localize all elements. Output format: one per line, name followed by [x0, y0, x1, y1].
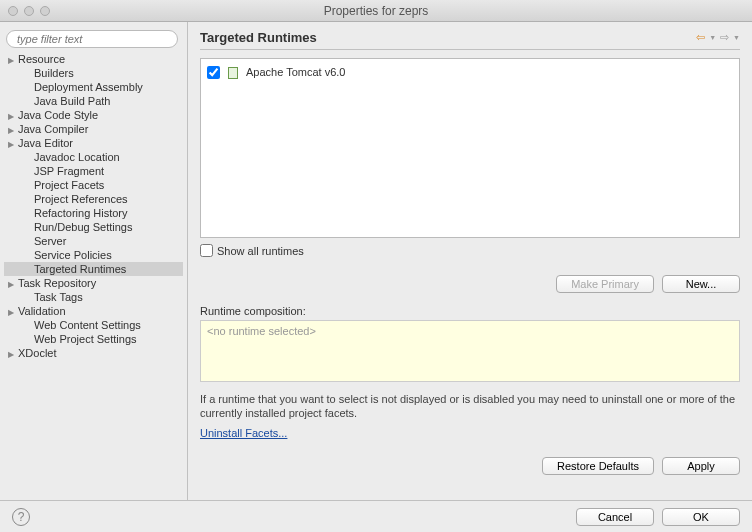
zoom-window-icon[interactable] — [40, 6, 50, 16]
tree-item-resource[interactable]: Resource — [4, 52, 183, 66]
tree-item-task-repository[interactable]: Task Repository — [4, 276, 183, 290]
tree-item-web-content-settings[interactable]: Web Content Settings — [4, 318, 183, 332]
tree-item-validation[interactable]: Validation — [4, 304, 183, 318]
tree-item-builders[interactable]: Builders — [4, 66, 183, 80]
tree-item-xdoclet[interactable]: XDoclet — [4, 346, 183, 360]
tree-item-javadoc-location[interactable]: Javadoc Location — [4, 150, 183, 164]
titlebar: Properties for zeprs — [0, 0, 752, 22]
tree-item-java-compiler[interactable]: Java Compiler — [4, 122, 183, 136]
tree-item-project-facets[interactable]: Project Facets — [4, 178, 183, 192]
show-all-runtimes[interactable]: Show all runtimes — [200, 244, 740, 257]
window-controls — [0, 6, 50, 16]
tree-item-run-debug-settings[interactable]: Run/Debug Settings — [4, 220, 183, 234]
runtimes-list: Apache Tomcat v6.0 — [200, 58, 740, 238]
minimize-window-icon[interactable] — [24, 6, 34, 16]
bottom-bar: ? Cancel OK — [0, 500, 752, 532]
server-icon — [226, 65, 240, 79]
runtime-label: Apache Tomcat v6.0 — [246, 66, 345, 78]
composition-box: <no runtime selected> — [200, 320, 740, 382]
tree-item-java-code-style[interactable]: Java Code Style — [4, 108, 183, 122]
tree-item-deployment-assembly[interactable]: Deployment Assembly — [4, 80, 183, 94]
runtime-item[interactable]: Apache Tomcat v6.0 — [207, 65, 733, 79]
page-heading: Targeted Runtimes — [200, 30, 317, 45]
close-window-icon[interactable] — [8, 6, 18, 16]
tree-item-targeted-runtimes[interactable]: Targeted Runtimes — [4, 262, 183, 276]
tree-item-refactoring-history[interactable]: Refactoring History — [4, 206, 183, 220]
sidebar: Resource Builders Deployment Assembly Ja… — [0, 22, 188, 500]
back-icon[interactable]: ⇦ — [696, 31, 705, 44]
runtime-checkbox[interactable] — [207, 66, 220, 79]
restore-defaults-button[interactable]: Restore Defaults — [542, 457, 654, 475]
tree-item-task-tags[interactable]: Task Tags — [4, 290, 183, 304]
filter-input[interactable] — [6, 30, 178, 48]
tree-item-project-references[interactable]: Project References — [4, 192, 183, 206]
tree-item-java-editor[interactable]: Java Editor — [4, 136, 183, 150]
make-primary-button[interactable]: Make Primary — [556, 275, 654, 293]
new-button[interactable]: New... — [662, 275, 740, 293]
forward-icon[interactable]: ⇨ — [720, 31, 729, 44]
tree-item-java-build-path[interactable]: Java Build Path — [4, 94, 183, 108]
show-all-label: Show all runtimes — [217, 245, 304, 257]
properties-tree: Resource Builders Deployment Assembly Ja… — [4, 52, 183, 360]
content-panel: Targeted Runtimes ⇦▼ ⇨▼ Apache Tomcat v6… — [188, 22, 752, 500]
help-icon[interactable]: ? — [12, 508, 30, 526]
hint-text: If a runtime that you want to select is … — [200, 392, 740, 421]
composition-label: Runtime composition: — [200, 305, 740, 317]
tree-item-service-policies[interactable]: Service Policies — [4, 248, 183, 262]
composition-empty-text: <no runtime selected> — [207, 325, 316, 337]
uninstall-facets-link[interactable]: Uninstall Facets... — [200, 427, 740, 439]
window-title: Properties for zeprs — [0, 4, 752, 18]
cancel-button[interactable]: Cancel — [576, 508, 654, 526]
ok-button[interactable]: OK — [662, 508, 740, 526]
tree-item-server[interactable]: Server — [4, 234, 183, 248]
show-all-checkbox[interactable] — [200, 244, 213, 257]
tree-item-jsp-fragment[interactable]: JSP Fragment — [4, 164, 183, 178]
tree-item-web-project-settings[interactable]: Web Project Settings — [4, 332, 183, 346]
apply-button[interactable]: Apply — [662, 457, 740, 475]
nav-arrows: ⇦▼ ⇨▼ — [696, 31, 740, 44]
